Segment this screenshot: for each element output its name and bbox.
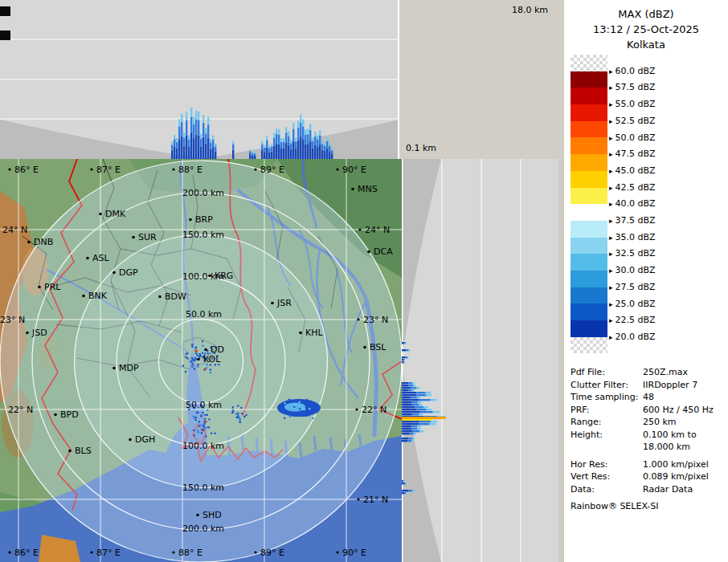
info-row: Clutter Filter:IIRDoppler 7 (571, 379, 725, 392)
legend-tick-icon: ▸ (609, 117, 613, 125)
legend-color-cell (571, 320, 607, 337)
latitude-label: 22° N (362, 405, 386, 415)
legend-value-label: ▸30.0 dBZ (609, 266, 656, 275)
legend-color-cell (571, 137, 607, 154)
legend-value-label: ▸60.0 dBZ (609, 67, 656, 76)
vertical-projection-side-panel (402, 159, 558, 562)
info-row: Pdf File:250Z.max (571, 366, 725, 379)
software-credit: Rainbow® SELEX-SI (571, 501, 659, 511)
legend-color-cell (571, 204, 607, 221)
legend-value-label: ▸25.0 dBZ (609, 299, 656, 309)
legend-tick-icon: ▸ (609, 200, 613, 208)
max-height-label: 18.0 km (512, 5, 548, 15)
legend-value-label: ▸27.5 dBZ (609, 283, 656, 292)
legend-value-label: ▸20.0 dBZ (609, 332, 656, 342)
vertical-projection-top-panel (0, 0, 399, 159)
legend-color-cell (571, 71, 607, 88)
legend-color-cell (571, 271, 607, 287)
legend-tick-icon: ▸ (609, 234, 613, 242)
city-label: BNK (88, 291, 108, 301)
range-ring-label: 200.0 km (182, 523, 224, 534)
legend-tick-icon: ▸ (609, 300, 613, 308)
legend-value-label: ▸45.0 dBZ (609, 166, 656, 176)
product-header: MAX (dBZ) 13:12 / 25-Oct-2025 Kolkata (564, 6, 728, 52)
info-row: Time sampling:48 (571, 391, 725, 404)
info-row: Vert Res:0.089 km/pixel (571, 470, 725, 483)
longitude-label: 89° E (260, 548, 284, 558)
city-label: BLS (75, 446, 92, 456)
city-label: MNS (358, 184, 378, 194)
legend-color-cell (571, 287, 607, 304)
legend-tick-icon: ▸ (609, 67, 613, 75)
latitude-label: 23° N (0, 315, 25, 325)
longitude-label: 88° E (178, 548, 202, 558)
legend-color-cell (571, 55, 607, 71)
legend-color-cell (571, 303, 607, 320)
longitude-label: 86° E (14, 548, 39, 558)
legend-value-label: ▸22.5 dBZ (609, 316, 656, 325)
legend-tick-icon: ▸ (609, 217, 613, 225)
axis-corner: 18.0 km 0.1 km (399, 0, 564, 159)
legend-value-label: ▸50.0 dBZ (609, 133, 656, 143)
info-row: Hor Res:1.000 km/pixel (571, 458, 725, 471)
legend-value-label: ▸37.5 dBZ (609, 216, 656, 226)
city-label: DCA (374, 246, 393, 257)
product-info-block: Pdf File:250Z.maxClutter Filter:IIRDoppl… (571, 366, 725, 495)
city-label: BRP (195, 214, 213, 225)
legend-color-cell (571, 238, 607, 255)
legend-color-cell (571, 171, 607, 188)
legend-tick-icon: ▸ (609, 167, 613, 175)
latitude-label: 24° N (365, 225, 390, 235)
edge-marker (0, 6, 10, 16)
info-row: 18.000 km (571, 441, 725, 454)
city-label: DGH (135, 434, 155, 445)
city-label: BSL (370, 342, 386, 352)
product-name: MAX (dBZ) (564, 6, 728, 22)
legend-color-cell (571, 254, 607, 271)
range-ring-label: 150.0 km (182, 483, 224, 493)
range-ring-label: 150.0 km (182, 230, 224, 240)
legend-color-cell (571, 337, 607, 354)
city-label: JSR (276, 298, 292, 308)
legend-value-label: ▸55.0 dBZ (609, 100, 656, 109)
city-label: KHL (305, 328, 323, 338)
longitude-label: 89° E (260, 165, 284, 175)
legend-color-cell (571, 221, 607, 238)
legend-value-label: ▸40.0 dBZ (609, 199, 656, 209)
legend-color-cell (571, 154, 607, 171)
longitude-label: 86° E (14, 165, 39, 175)
range-ring-label: 50.0 km (186, 400, 222, 410)
range-ring-label: 100.0 km (182, 441, 224, 451)
legend-tick-icon: ▸ (609, 83, 613, 92)
legend-tick-icon: ▸ (609, 283, 613, 291)
legend-tick-icon: ▸ (609, 267, 613, 275)
longitude-label: 87° E (96, 165, 121, 175)
legend-tick-icon: ▸ (609, 150, 613, 158)
legend-value-label: ▸42.5 dBZ (609, 183, 656, 193)
longitude-label: 90° E (342, 548, 366, 558)
city-label: SHD (202, 510, 222, 520)
legend-value-label: ▸32.5 dBZ (609, 249, 656, 259)
city-label: DNB (34, 237, 53, 247)
city-label: KOL (203, 354, 221, 364)
city-label: PRL (44, 282, 61, 292)
range-ring-label: 50.0 km (186, 309, 222, 320)
legend-color-cell (571, 88, 607, 104)
legend-tick-icon: ▸ (609, 184, 613, 192)
city-label: KRG (215, 271, 233, 281)
info-row: Range:250 km (571, 416, 725, 429)
city-label: DMK (105, 209, 126, 219)
legend-tick-icon: ▸ (609, 100, 613, 108)
legend-value-label: ▸57.5 dBZ (609, 83, 656, 92)
min-height-label: 0.1 km (406, 143, 436, 153)
legend-value-label: ▸52.5 dBZ (609, 116, 656, 126)
latitude-label: 22° N (8, 405, 33, 415)
city-label: BPD (60, 409, 79, 420)
info-row: Data:Radar Data (571, 483, 725, 496)
city-label: DGP (119, 267, 138, 278)
latitude-label: 24° N (2, 225, 27, 235)
longitude-label: 90° E (342, 165, 366, 175)
info-row: Height:0.100 km to (571, 429, 725, 442)
product-datetime: 13:12 / 25-Oct-2025 (564, 22, 728, 37)
info-row: PRF:600 Hz / 450 Hz (571, 404, 725, 417)
